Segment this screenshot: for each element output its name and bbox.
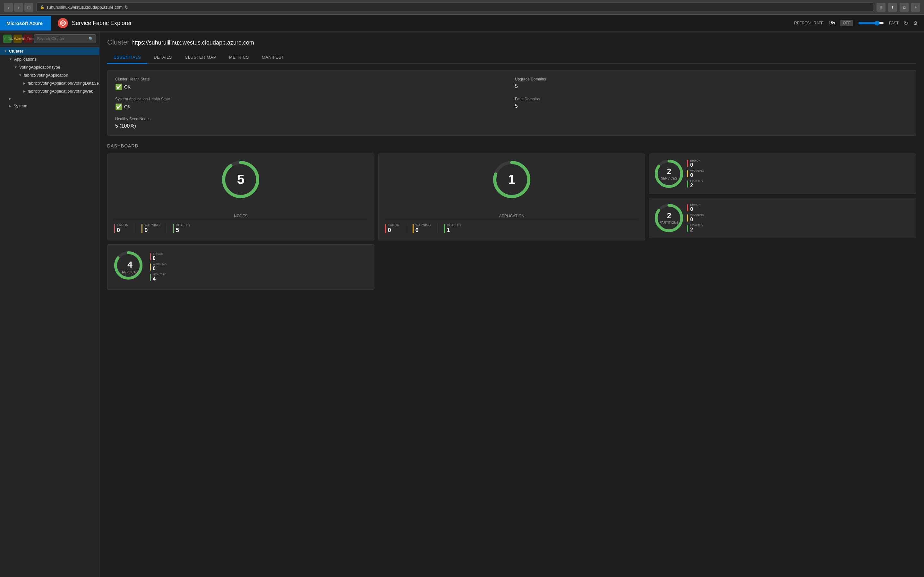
tabs: ESSENTIALS DETAILS CLUSTER MAP METRICS M…	[107, 52, 916, 64]
chevron-down-icon: ▼	[9, 57, 12, 61]
chevron-down-icon: ▼	[19, 73, 22, 77]
essentials-upgrade-domains: Upgrade Domains 5	[515, 77, 908, 90]
replicas-warning: 0	[153, 266, 166, 271]
nodes-warning-value: 0	[144, 227, 160, 234]
partitions-count: 2	[660, 212, 678, 219]
fault-domains-value: 5	[515, 103, 908, 109]
essentials-cluster-health: Cluster Health State ✅ OK	[115, 77, 509, 90]
refresh-rate-label: REFRESH RATE	[794, 21, 824, 25]
chevron-right-icon: ▶	[9, 104, 11, 108]
services-label: SERVICES	[661, 177, 677, 180]
sidebar-item-applications[interactable]: ▼ Applications	[0, 55, 99, 63]
refresh-icon-button[interactable]: ↻	[904, 20, 908, 26]
download-button[interactable]: ⬇	[877, 3, 885, 12]
search-icon: 🔍	[89, 37, 94, 41]
sf-icon	[58, 18, 68, 28]
tab-button[interactable]: ⧉	[900, 3, 909, 12]
nodes-count: 5	[237, 173, 244, 186]
services-count: 2	[661, 168, 677, 175]
speed-slider[interactable]	[858, 21, 884, 26]
filter-warning-button[interactable]: ⚠Warning	[13, 35, 22, 43]
share-button[interactable]: ⬆	[888, 3, 897, 12]
system-health-label: System Application Health State	[115, 97, 509, 101]
seed-nodes-value: 5 (100%)	[115, 123, 509, 129]
essentials-fault-domains: Fault Domains 5	[515, 97, 908, 110]
applications-count: 1	[508, 173, 515, 186]
fault-domains-label: Fault Domains	[515, 97, 908, 101]
page-refresh-button[interactable]: ↻	[124, 4, 129, 10]
voting-data-svc-label: fabric:/VotingApplication/VotingDataServ…	[27, 81, 99, 85]
services-card: 2 SERVICES ERROR 0	[649, 153, 916, 194]
tab-metrics[interactable]: METRICS	[223, 52, 255, 64]
apps-error-value: 0	[388, 227, 399, 234]
tab-cluster-map[interactable]: CLUSTER MAP	[178, 52, 223, 64]
app-title-area: Service Fabric Explorer	[51, 15, 788, 31]
essentials-system-health: System Application Health State ✅ OK	[115, 97, 509, 110]
cluster-url: https://suhurulilinux.westus.cloudapp.az…	[132, 39, 254, 46]
replicas-donut: 4 REPLICAS	[114, 251, 146, 283]
sidebar-item-voting-app[interactable]: ▼ fabric:/VotingApplication	[0, 71, 99, 79]
cluster-title-label: Cluster	[107, 38, 129, 46]
services-warning: 0	[690, 172, 704, 178]
nodes-donut: 5	[221, 160, 260, 199]
window-button[interactable]: □	[24, 3, 33, 12]
app-title: Service Fabric Explorer	[72, 20, 132, 27]
browser-actions: ⬇ ⬆ ⧉ +	[877, 3, 920, 12]
tab-details[interactable]: DETAILS	[147, 52, 178, 64]
dashboard-title: DASHBOARD	[107, 143, 916, 148]
nodes-card: 5 NODES ERROR 0	[107, 153, 375, 240]
nav-buttons: ‹ › □	[4, 3, 33, 12]
apps-warning-value: 0	[415, 227, 431, 234]
sidebar-item-nodes[interactable]: ▶ Nodes	[0, 95, 99, 102]
browser-chrome: ‹ › □ 🔒 suhurulilinux.westus.cloudapp.az…	[0, 0, 924, 15]
content-area: Cluster https://suhurulilinux.westus.clo…	[99, 32, 924, 577]
nodes-error-stat: ERROR 0	[114, 223, 128, 234]
url-display: suhurulilinux.westus.cloudapp.azure.com	[47, 5, 123, 10]
upgrade-domains-label: Upgrade Domains	[515, 77, 908, 81]
svg-marker-1	[61, 21, 65, 25]
refresh-value: 15s	[829, 21, 835, 25]
header-right: REFRESH RATE 15s OFF FAST ↻ ⚙	[788, 20, 924, 26]
app-header: Microsoft Azure Service Fabric Explorer …	[0, 15, 924, 32]
ok-status-icon-2: ✅	[115, 103, 122, 110]
sidebar-item-cluster[interactable]: ▼ Cluster	[0, 47, 99, 55]
nodes-healthy-value: 5	[176, 227, 190, 234]
applications-donut: 1	[493, 160, 531, 199]
ok-status-icon: ✅	[115, 83, 122, 90]
services-donut: 2 SERVICES	[654, 159, 683, 188]
more-button[interactable]: +	[911, 3, 920, 12]
apps-error-stat: ERROR 0	[385, 223, 399, 234]
cluster-health-value: ✅ OK	[115, 83, 509, 90]
page-title: Cluster https://suhurulilinux.westus.clo…	[107, 38, 916, 47]
replicas-count: 4	[122, 260, 137, 269]
filter-bar: ✓OK ⚠Warning ✕Error 🔍	[0, 32, 99, 46]
fast-label: FAST	[889, 21, 899, 25]
forward-button[interactable]: ›	[14, 3, 23, 12]
services-partitions-column: 2 SERVICES ERROR 0	[649, 153, 916, 240]
system-health-value: ✅ OK	[115, 103, 509, 110]
upgrade-domains-value: 5	[515, 83, 908, 89]
address-bar[interactable]: 🔒 suhurulilinux.westus.cloudapp.azure.co…	[37, 3, 873, 12]
sidebar-item-voting-app-type[interactable]: ▼ VotingApplicationType	[0, 63, 99, 71]
sidebar-item-system[interactable]: ▶ System	[0, 102, 99, 110]
replicas-label: REPLICAS	[122, 271, 137, 274]
tab-manifest[interactable]: MANIFEST	[255, 52, 291, 64]
main-layout: ✓OK ⚠Warning ✕Error 🔍 ▼ Cluster ▼ Applic…	[0, 32, 924, 577]
nodes-healthy-stat: HEALTHY 5	[173, 223, 190, 234]
apps-healthy-value: 1	[447, 227, 461, 234]
voting-app-type-label: VotingApplicationType	[19, 65, 60, 69]
replicas-stats: ERROR 0 WARNING 0 HEAL	[150, 252, 368, 282]
partitions-warning: 0	[690, 217, 704, 222]
sidebar-item-voting-web[interactable]: ▶ fabric:/VotingApplication/VotingWeb	[0, 87, 99, 95]
partitions-donut: 2 PARTITIONS	[654, 203, 683, 232]
replicas-error: 0	[153, 255, 163, 261]
off-toggle[interactable]: OFF	[840, 20, 853, 26]
sidebar-item-voting-data-svc[interactable]: ▶ fabric:/VotingApplication/VotingDataSe…	[0, 79, 99, 87]
settings-icon-button[interactable]: ⚙	[913, 20, 918, 26]
filter-error-button[interactable]: ✕Error	[24, 35, 32, 43]
search-input[interactable]	[34, 34, 96, 43]
partitions-card: 2 PARTITIONS ERROR 0	[649, 198, 916, 238]
back-button[interactable]: ‹	[4, 3, 13, 12]
tab-essentials[interactable]: ESSENTIALS	[107, 52, 147, 64]
partitions-healthy: 2	[690, 227, 703, 233]
